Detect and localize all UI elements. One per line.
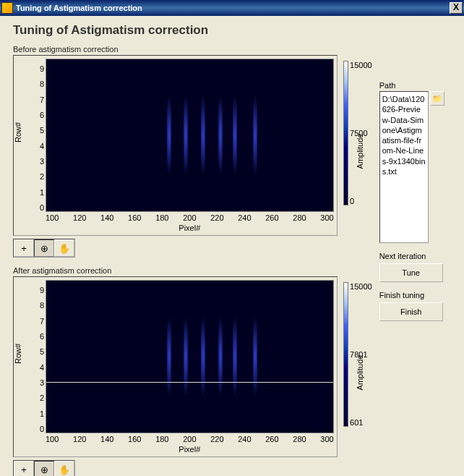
cursor-row-line xyxy=(46,382,333,383)
chart-after[interactable]: Row# 0123456789 xyxy=(13,276,338,457)
chart-before-title: Before astigmatism correction xyxy=(13,45,372,54)
chart-after-xticks: 100120140160180200220240260280300 xyxy=(46,433,334,445)
chart-before-plot[interactable] xyxy=(46,59,334,212)
tune-button[interactable]: Tune xyxy=(379,263,443,282)
chart-after-toolbar: + ⊕ ✋ xyxy=(13,460,75,476)
chart-after-title: After astigmatism correction xyxy=(13,266,372,275)
window-title: Tuning of Astigmatism correction xyxy=(16,4,450,12)
crosshair-tool[interactable]: + xyxy=(14,239,34,257)
pan-tool[interactable]: ✋ xyxy=(54,239,74,257)
zoom-tool[interactable]: ⊕ xyxy=(34,461,54,476)
chart-after-ylabel: Row# xyxy=(14,344,22,364)
chart-before-colorbar-label: Amplitude xyxy=(356,134,364,169)
chart-after-colorbar-label: Amplitude xyxy=(356,355,364,391)
chart-before-xticks: 100120140160180200220240260280300 xyxy=(46,212,334,224)
chart-after-yticks: 0123456789 xyxy=(30,286,44,433)
finish-tuning-label: Finish tuning xyxy=(379,291,451,299)
chart-before-toolbar: + ⊕ ✋ xyxy=(13,239,75,258)
titlebar: Tuning of Astigmatism correction X xyxy=(0,0,464,16)
app-icon xyxy=(1,2,13,14)
finish-button[interactable]: Finish xyxy=(379,302,443,321)
chart-after-plot[interactable] xyxy=(46,280,334,433)
chart-after-xlabel: Pixel# xyxy=(46,445,334,454)
page-title: Tuning of Astigmatism correction xyxy=(13,23,451,38)
close-button[interactable]: X xyxy=(450,2,463,14)
chart-before-yticks: 0123456789 xyxy=(30,64,44,212)
path-label: Path xyxy=(379,81,451,90)
next-iteration-label: Next iteration xyxy=(379,252,451,260)
folder-icon: 📁 xyxy=(432,94,442,103)
pan-tool[interactable]: ✋ xyxy=(54,461,74,476)
chart-before-xlabel: Pixel# xyxy=(46,224,334,232)
chart-before[interactable]: Row# 0123456789 xyxy=(13,55,338,236)
zoom-tool[interactable]: ⊕ xyxy=(34,239,54,257)
crosshair-tool[interactable]: + xyxy=(14,461,34,476)
chart-before-ylabel: Row# xyxy=(14,122,22,143)
path-browse-button[interactable]: 📁 xyxy=(430,91,444,106)
path-input[interactable]: D:\Data\120626-Preview-Data-Simone\Astig… xyxy=(379,91,429,243)
